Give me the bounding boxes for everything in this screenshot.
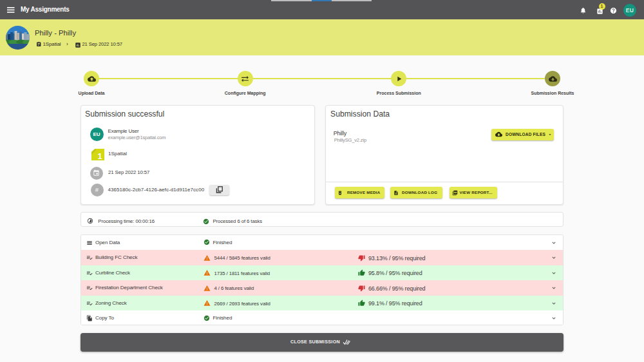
- svg-text:1: 1: [97, 151, 102, 160]
